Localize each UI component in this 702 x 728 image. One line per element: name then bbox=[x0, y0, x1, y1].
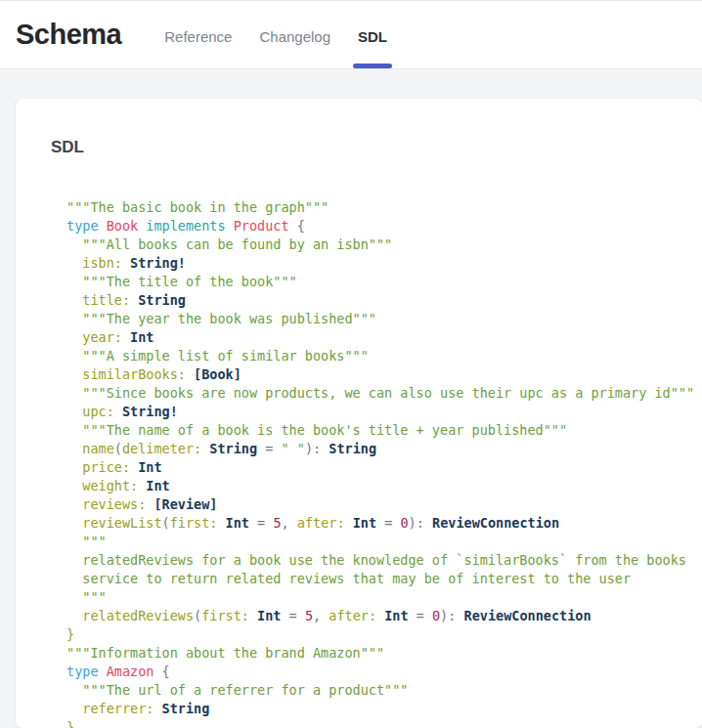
sdl-heading: SDL bbox=[51, 138, 682, 157]
code-line: similarBooks: [Book] bbox=[66, 365, 682, 384]
code-line: upc: String! bbox=[66, 403, 682, 421]
code-line: reviews: [Review] bbox=[66, 495, 682, 514]
code-line: """The year the book was published""" bbox=[66, 310, 682, 328]
code-line: """The name of a book is the book's titl… bbox=[66, 421, 682, 440]
code-line: } bbox=[66, 625, 682, 644]
tab-sdl[interactable]: SDL bbox=[344, 1, 401, 68]
tabs: Reference Changelog SDL bbox=[151, 1, 401, 68]
code-line: relatedReviews for a book use the knowle… bbox=[66, 551, 682, 570]
code-line: year: Int bbox=[66, 328, 682, 347]
code-line: referrer: String bbox=[66, 700, 682, 718]
code-line: """A simple list of similar books""" bbox=[66, 347, 682, 365]
tab-changelog[interactable]: Changelog bbox=[245, 1, 344, 68]
code-line: """The url of a referrer for a product""… bbox=[66, 681, 682, 700]
code-line: type Amazon { bbox=[66, 663, 682, 681]
page-title: Schema bbox=[16, 19, 121, 51]
code-line: } bbox=[66, 718, 682, 728]
code-line: title: String bbox=[66, 291, 682, 310]
code-line: """The title of the book""" bbox=[66, 273, 682, 291]
code-line: """ bbox=[66, 588, 682, 607]
code-line: service to return related reviews that m… bbox=[66, 570, 682, 588]
code-line: name(delimeter: String = " "): String bbox=[66, 440, 682, 458]
code-line: weight: Int bbox=[66, 477, 682, 495]
code-line: type Book implements Product { bbox=[66, 217, 682, 236]
tab-label: Changelog bbox=[259, 28, 330, 45]
tab-label: Reference bbox=[164, 28, 232, 45]
code-line: reviewList(first: Int = 5, after: Int = … bbox=[66, 514, 682, 533]
code-line: """Information about the brand Amazon""" bbox=[66, 644, 682, 663]
code-line: relatedReviews(first: Int = 5, after: In… bbox=[66, 607, 682, 625]
code-line: isbn: String! bbox=[66, 254, 682, 273]
sdl-code: """The basic book in the graph"""type Bo… bbox=[66, 198, 682, 728]
code-line: """Since books are now products, we can … bbox=[66, 384, 682, 403]
sdl-card: SDL """The basic book in the graph"""typ… bbox=[16, 99, 702, 728]
tab-label: SDL bbox=[358, 28, 387, 45]
tab-reference[interactable]: Reference bbox=[151, 1, 245, 68]
active-tab-indicator bbox=[353, 64, 392, 68]
code-line: """The basic book in the graph""" bbox=[66, 198, 682, 217]
code-line: """All books can be found by an isbn""" bbox=[66, 236, 682, 254]
page-header: Schema Reference Changelog SDL bbox=[0, 1, 702, 69]
content-area: SDL """The basic book in the graph"""typ… bbox=[0, 69, 702, 728]
code-line: """ bbox=[66, 533, 682, 551]
code-line: price: Int bbox=[66, 458, 682, 477]
